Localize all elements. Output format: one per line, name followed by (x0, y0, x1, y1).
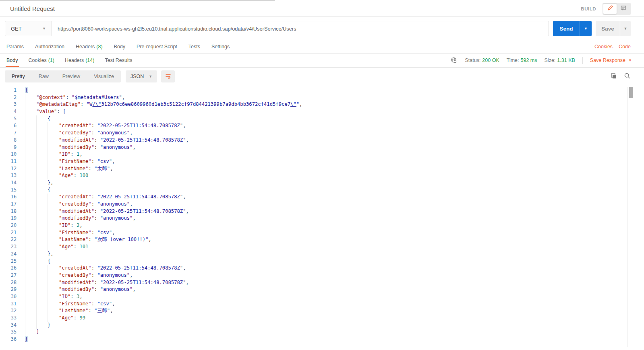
edit-mode-button[interactable] (603, 4, 617, 14)
response-tab-cookies[interactable]: Cookies(1) (29, 54, 54, 67)
code-line: "createdAt": "2022-05-25T11:54:48.708578… (25, 194, 302, 201)
line-number: 17 (0, 201, 22, 208)
indent-guide (36, 158, 48, 165)
url-input[interactable] (52, 21, 549, 36)
cookies-link[interactable]: Cookies (594, 44, 613, 49)
save-button-group: Save ▼ (596, 21, 631, 36)
code-line: "modifiedAt": "2022-05-25T11:54:48.70857… (25, 137, 302, 144)
copy-icon (610, 72, 617, 80)
code-line: "createdAt": "2022-05-25T11:54:48.708578… (25, 265, 302, 272)
indent-guide (25, 301, 36, 308)
code-line: "createdBy": "anonymous", (25, 272, 302, 279)
indent-guide (48, 215, 59, 222)
indent-guide (36, 151, 48, 158)
search-icon (624, 72, 631, 80)
request-tab-tests[interactable]: Tests (188, 44, 200, 49)
save-button[interactable]: Save (596, 21, 620, 36)
code-line: "createdBy": "anonymous", (25, 201, 302, 208)
code-line: "modifiedBy": "anonymous", (25, 286, 302, 293)
response-tab-body[interactable]: Body (6, 54, 18, 67)
indent-guide (25, 243, 36, 251)
line-number: 32 (0, 307, 22, 315)
view-mode-preview[interactable]: Preview (56, 70, 87, 82)
comments-button[interactable] (617, 4, 630, 14)
line-number: 5 (0, 115, 22, 123)
response-tabs: BodyCookies(1)Headers(14)Test Results (0, 54, 133, 67)
line-number: 16 (0, 194, 22, 201)
view-mode-visualize[interactable]: Visualize (87, 70, 121, 82)
request-tab-authorization[interactable]: Authorization (35, 44, 64, 49)
send-options-button[interactable]: ▼ (580, 21, 592, 36)
code-line: }, (25, 251, 302, 258)
code-line: "modifiedAt": "2022-05-25T11:54:48.70857… (25, 208, 302, 215)
save-response-button[interactable]: Save Response ▼ (590, 58, 632, 63)
view-mode-pretty[interactable]: Pretty (5, 70, 32, 82)
indent-guide (25, 222, 36, 229)
line-number: 12 (0, 165, 22, 173)
status-badge: Status:200 OK (465, 58, 499, 63)
response-body-editor[interactable]: 1234567891011121314151617181920212223242… (0, 85, 644, 350)
line-number: 24 (0, 251, 22, 258)
indent-guide (36, 144, 48, 151)
save-options-button[interactable]: ▼ (620, 21, 631, 36)
view-mode-raw[interactable]: Raw (32, 70, 56, 82)
format-select[interactable]: JSON ▼ (126, 70, 157, 82)
line-number: 1 (0, 87, 22, 94)
indent-guide (48, 272, 59, 279)
request-tab-params[interactable]: Params (6, 44, 24, 49)
response-tab-headers[interactable]: Headers(14) (65, 54, 94, 67)
code-content: {"@context": "$metadata#Users","@metadat… (22, 85, 302, 343)
line-number: 27 (0, 272, 22, 279)
indent-guide (36, 258, 48, 265)
line-number: 25 (0, 258, 22, 265)
request-tab-headers[interactable]: Headers(8) (76, 44, 103, 49)
line-number: 11 (0, 158, 22, 165)
indent-guide (36, 279, 48, 286)
network-globe-icon (450, 57, 458, 64)
indent-guide (25, 137, 36, 144)
scrollbar-thumb[interactable] (629, 87, 633, 98)
search-button[interactable] (624, 72, 631, 80)
indent-guide (25, 158, 36, 165)
line-number: 23 (0, 243, 22, 251)
indent-guide (48, 265, 59, 272)
request-tab-body[interactable]: Body (114, 44, 126, 49)
line-number: 10 (0, 151, 22, 158)
line-number-gutter: 1234567891011121314151617181920212223242… (0, 85, 22, 343)
send-button[interactable]: Send (553, 21, 580, 36)
request-header: Untitled Request BUILD (0, 0, 644, 17)
line-number: 22 (0, 236, 22, 243)
size-badge: Size:1.31 KB (545, 58, 575, 63)
scrollbar-track (627, 87, 627, 347)
line-number: 14 (0, 179, 22, 187)
line-number: 4 (0, 108, 22, 115)
code-line: "Age": 99 (25, 315, 302, 322)
indent-guide (25, 251, 36, 258)
header-mode-toggle (603, 3, 631, 15)
code-line: "createdBy": "anonymous", (25, 130, 302, 137)
code-line: "@context": "$metadata#Users", (25, 94, 302, 101)
wrap-text-button[interactable] (161, 70, 175, 82)
indent-guide (36, 251, 48, 258)
request-tab-settings[interactable]: Settings (211, 44, 230, 49)
indent-guide (48, 301, 59, 308)
line-number: 28 (0, 279, 22, 286)
response-tab-test-results[interactable]: Test Results (105, 54, 132, 67)
code-link[interactable]: Code (619, 44, 631, 49)
copy-button[interactable] (610, 72, 617, 80)
line-number: 31 (0, 301, 22, 308)
code-line: "modifiedBy": "anonymous", (25, 215, 302, 222)
line-number: 30 (0, 293, 22, 301)
indent-guide (36, 293, 48, 301)
indent-guide (36, 243, 48, 251)
code-line: { (25, 87, 302, 94)
indent-guide (25, 151, 36, 158)
tab-count-badge: (8) (96, 44, 102, 49)
indent-guide (48, 144, 59, 151)
line-number: 9 (0, 144, 22, 151)
method-select[interactable]: GET ▼ (5, 21, 52, 36)
request-tabs: ParamsAuthorizationHeaders(8)BodyPre-req… (0, 40, 644, 54)
request-tab-pre-request-script[interactable]: Pre-request Script (137, 44, 177, 49)
indent-guide (36, 115, 48, 123)
request-links: Cookies Code (594, 44, 631, 49)
